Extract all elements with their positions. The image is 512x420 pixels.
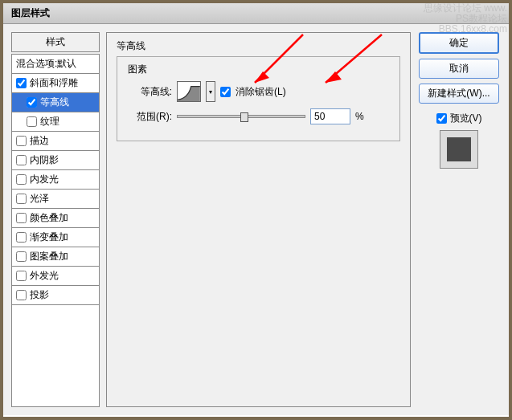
style-checkbox[interactable] bbox=[16, 213, 27, 223]
style-label: 图案叠加 bbox=[30, 250, 68, 263]
preview-checkbox[interactable] bbox=[436, 113, 447, 124]
preview-swatch bbox=[440, 130, 478, 169]
style-label: 颜色叠加 bbox=[30, 211, 68, 225]
preview-toggle-row: 预览(V) bbox=[436, 112, 482, 125]
blend-options-row[interactable]: 混合选项:默认 bbox=[12, 55, 99, 74]
contour-picker[interactable] bbox=[177, 81, 201, 102]
range-input[interactable] bbox=[310, 108, 350, 124]
style-checkbox[interactable] bbox=[27, 97, 37, 108]
style-checkbox[interactable] bbox=[16, 251, 27, 262]
ok-button[interactable]: 确定 bbox=[419, 32, 499, 54]
style-row[interactable]: 渐变叠加 bbox=[12, 228, 99, 247]
style-checkbox[interactable] bbox=[16, 194, 27, 204]
watermark: 思缘设计论坛 www. PS教程论坛 BBS.16xx8.com bbox=[424, 3, 507, 35]
style-row[interactable]: 纹理 bbox=[12, 112, 99, 132]
blend-options-label: 混合选项:默认 bbox=[16, 57, 76, 71]
preview-swatch-inner bbox=[447, 137, 471, 161]
elements-group: 图素 等高线: ▾ 消除锯齿(L) 范围(R): bbox=[117, 56, 400, 141]
dialog-window: 思缘设计论坛 www. PS教程论坛 BBS.16xx8.com 图层样式 样式… bbox=[0, 0, 512, 420]
style-label: 投影 bbox=[30, 288, 49, 302]
dialog-body: 样式 混合选项:默认 斜面和浮雕等高线纹理描边内阴影内发光光泽颜色叠加渐变叠加图… bbox=[3, 24, 509, 415]
new-style-button[interactable]: 新建样式(W)... bbox=[419, 84, 499, 104]
style-row[interactable]: 投影 bbox=[12, 286, 99, 305]
group-legend: 图素 bbox=[125, 63, 150, 76]
range-unit: % bbox=[355, 111, 364, 122]
cancel-button[interactable]: 取消 bbox=[419, 59, 499, 79]
panel-title: 等高线 bbox=[117, 39, 400, 53]
style-label: 描边 bbox=[30, 134, 49, 148]
contour-dropdown-arrow[interactable]: ▾ bbox=[206, 81, 215, 102]
style-checkbox[interactable] bbox=[16, 174, 27, 185]
style-row[interactable]: 颜色叠加 bbox=[12, 209, 99, 228]
style-checkbox[interactable] bbox=[16, 290, 27, 300]
style-checkbox[interactable] bbox=[16, 136, 27, 146]
antialias-checkbox[interactable] bbox=[220, 87, 231, 97]
style-row[interactable]: 外发光 bbox=[12, 267, 99, 286]
preview-label[interactable]: 预览(V) bbox=[450, 112, 482, 125]
style-row[interactable]: 等高线 bbox=[12, 93, 99, 112]
styles-header[interactable]: 样式 bbox=[11, 32, 100, 52]
style-row[interactable]: 内发光 bbox=[12, 170, 99, 190]
range-slider[interactable] bbox=[177, 115, 305, 118]
style-label: 内阴影 bbox=[30, 153, 59, 167]
style-checkbox[interactable] bbox=[16, 232, 27, 243]
action-column: 确定 取消 新建样式(W)... 预览(V) bbox=[417, 32, 501, 407]
style-label: 光泽 bbox=[30, 192, 49, 206]
style-checkbox[interactable] bbox=[27, 116, 37, 127]
style-row[interactable]: 光泽 bbox=[12, 190, 99, 209]
styles-column: 样式 混合选项:默认 斜面和浮雕等高线纹理描边内阴影内发光光泽颜色叠加渐变叠加图… bbox=[11, 32, 100, 407]
settings-panel: 等高线 图素 等高线: ▾ 消除锯齿(L) 范围(R): bbox=[106, 32, 411, 407]
style-checkbox[interactable] bbox=[16, 155, 27, 165]
range-label: 范围(R): bbox=[125, 110, 172, 124]
style-label: 斜面和浮雕 bbox=[30, 76, 78, 90]
style-label: 纹理 bbox=[40, 115, 59, 128]
range-slider-thumb[interactable] bbox=[240, 112, 248, 122]
style-label: 渐变叠加 bbox=[30, 230, 68, 244]
antialias-label[interactable]: 消除锯齿(L) bbox=[236, 85, 286, 99]
style-list: 混合选项:默认 斜面和浮雕等高线纹理描边内阴影内发光光泽颜色叠加渐变叠加图案叠加… bbox=[11, 54, 100, 407]
style-label: 内发光 bbox=[30, 173, 59, 186]
contour-label: 等高线: bbox=[125, 85, 172, 99]
style-row[interactable]: 图案叠加 bbox=[12, 247, 99, 267]
style-row[interactable]: 内阴影 bbox=[12, 151, 99, 170]
style-checkbox[interactable] bbox=[16, 78, 27, 88]
style-label: 外发光 bbox=[30, 269, 59, 283]
style-row[interactable]: 斜面和浮雕 bbox=[12, 74, 99, 93]
contour-row: 等高线: ▾ 消除锯齿(L) bbox=[125, 81, 391, 102]
style-label: 等高线 bbox=[40, 96, 69, 109]
style-row[interactable]: 描边 bbox=[12, 132, 99, 151]
range-row: 范围(R): % bbox=[125, 108, 391, 124]
style-checkbox[interactable] bbox=[16, 271, 27, 281]
